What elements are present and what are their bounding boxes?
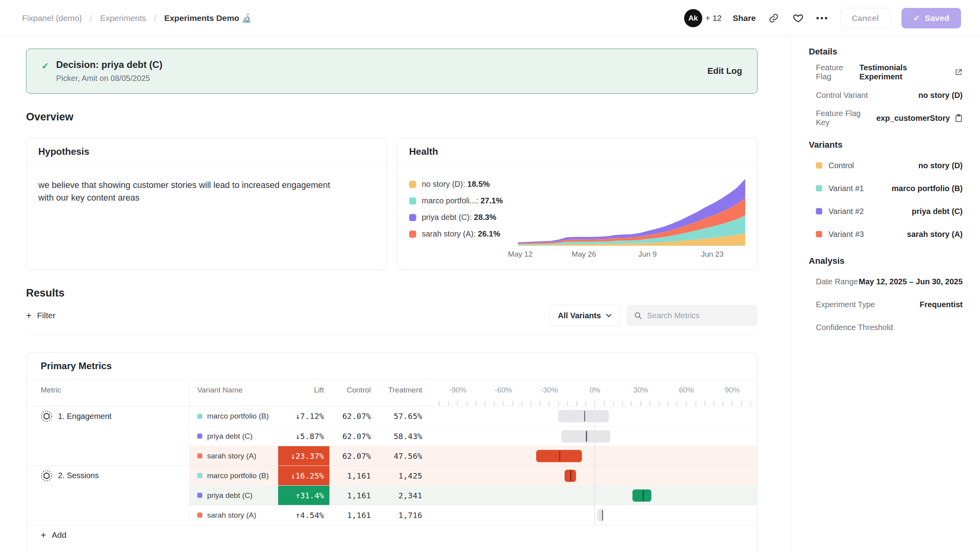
metric-name[interactable]: 1. Engagement: [58, 412, 112, 421]
plus-icon: +: [41, 529, 46, 541]
lift-value: ↓5.87%: [278, 426, 329, 446]
search-input[interactable]: [647, 311, 746, 320]
breadcrumb-separator: /: [154, 13, 156, 23]
external-link-icon[interactable]: [954, 68, 963, 77]
breadcrumb-separator: /: [90, 13, 92, 23]
variant-label: Variant #2: [829, 207, 864, 216]
add-metric-button[interactable]: + Add: [26, 525, 757, 544]
confidence-threshold-row: Confidence Threshold: [809, 316, 963, 339]
legend-value: 28.3%: [474, 213, 496, 222]
zero-baseline: [595, 406, 595, 525]
x-axis-tick-label: May 26: [572, 250, 596, 259]
treatment-value: 58.43%: [376, 432, 428, 441]
health-card: Health no story (D): 18.5%marco portfoli…: [397, 138, 757, 270]
avatar[interactable]: Ak: [684, 9, 702, 27]
primary-metrics-card: Primary Metrics Metric Variant Name Lift…: [26, 352, 757, 552]
metric-row-values: marco portfolio (B)↓16.25%1,1611,425: [189, 466, 757, 485]
x-axis-tick-label: May 12: [508, 250, 533, 259]
health-chart: May 12May 26Jun 9Jun 23: [516, 165, 757, 270]
confidence-interval-cell: [437, 446, 757, 466]
variant-name: sarah story (A): [207, 452, 256, 460]
health-title: Health: [409, 146, 438, 157]
lift-value: ↓23.37%: [278, 446, 329, 466]
breadcrumb-project[interactable]: Fixpanel {demo}: [22, 13, 82, 23]
treatment-value: 1,716: [376, 511, 428, 520]
lift-value: ↑4.54%: [278, 505, 329, 525]
health-x-axis: May 12May 26Jun 9Jun 23: [518, 249, 745, 263]
metric-name[interactable]: 2. Sessions: [58, 471, 99, 480]
copy-clipboard-icon[interactable]: [955, 114, 963, 122]
axis-label: -60%: [495, 386, 512, 394]
metric-cell: [26, 426, 189, 446]
feature-flag-link[interactable]: Testimonials Experiment: [859, 63, 963, 81]
confidence-threshold-label: Confidence Threshold: [816, 323, 893, 332]
axis-label: 60%: [679, 386, 694, 394]
more-options-button[interactable]: •••: [816, 11, 829, 25]
variant-cell: sarah story (A): [189, 452, 278, 460]
collaborator-avatars[interactable]: Ak + 12: [684, 9, 722, 27]
legend-label: sarah story (A): 26.1%: [422, 229, 500, 238]
variant-color-dot: [197, 434, 202, 439]
lift-value: ↓7.12%: [278, 406, 329, 426]
favorite-heart-icon[interactable]: [791, 11, 805, 25]
variant-name: priya debt (C): [207, 491, 252, 500]
lift-point-marker: [559, 451, 561, 461]
metric-cell: [26, 446, 189, 466]
control-value: 1,161: [329, 511, 376, 520]
saved-button[interactable]: ✓ Saved: [901, 8, 961, 28]
confidence-interval-cell: [437, 505, 757, 525]
primary-metrics-title: Primary Metrics: [41, 360, 112, 372]
share-button[interactable]: Share: [733, 13, 756, 23]
metric-table-row: 1. Engagementmarco portfolio (B)↓7.12%62…: [26, 406, 757, 426]
variant-color-swatch: [816, 208, 822, 214]
variant-row: Variant #1marco portfolio (B): [809, 177, 963, 200]
check-icon: ✓: [41, 61, 49, 71]
column-lift: Lift: [278, 379, 329, 406]
saved-button-label: Saved: [925, 13, 949, 23]
metric-target-icon: [41, 470, 52, 482]
stacked-area-chart: [518, 176, 745, 246]
variant-row-label: Variant #2: [816, 207, 864, 216]
cancel-button[interactable]: Cancel: [840, 8, 890, 28]
metric-table-row: 2. Sessionsmarco portfolio (B)↓16.25%1,1…: [26, 466, 757, 485]
section-divider: [26, 334, 757, 334]
filter-label: Filter: [37, 311, 56, 320]
variant-cell: marco portfolio (B): [189, 471, 278, 480]
control-value: 1,161: [329, 471, 376, 481]
control-value: 62.07%: [329, 432, 376, 441]
breadcrumb-experiments[interactable]: Experiments: [100, 13, 146, 23]
legend-item: priya debt (C): 28.3%: [409, 213, 516, 222]
lift-point-marker: [584, 411, 585, 422]
metric-table-row: sarah story (A)↑4.54%1,1611,716: [26, 505, 757, 525]
lift-point-marker: [643, 490, 644, 501]
legend-item: no story (D): 18.5%: [409, 180, 516, 189]
copy-link-icon[interactable]: [767, 11, 780, 25]
confidence-interval-bar: [558, 410, 609, 422]
variant-color-dot: [197, 453, 202, 458]
metric-table-row: sarah story (A)↓23.37%62.07%47.56%: [26, 446, 757, 466]
hypothesis-card: Hypothesis we believe that showing custo…: [26, 138, 387, 270]
variant-color-swatch: [816, 162, 822, 169]
variant-name: sarah story (A): [207, 511, 256, 520]
variant-value: priya debt (C): [912, 207, 963, 216]
confidence-interval-cell: [437, 406, 757, 426]
axis-label: 0%: [589, 386, 600, 394]
control-variant-row: Control Variant no story (D): [809, 84, 963, 107]
axis-ticks: [437, 401, 757, 406]
variant-row: Variant #3sarah story (A): [809, 223, 963, 246]
control-value: 62.07%: [329, 411, 376, 421]
variants-dropdown[interactable]: All Variants: [550, 305, 620, 326]
add-filter-button[interactable]: + Filter: [26, 310, 56, 321]
feature-flag-key-label: Feature Flag Key: [816, 109, 876, 127]
edit-log-button[interactable]: Edit Log: [707, 66, 742, 76]
variant-label: Control: [829, 161, 854, 170]
details-heading: Details: [809, 47, 963, 57]
variant-color-swatch: [816, 231, 822, 237]
lift-axis: -90%-60%-30%0%30%60%90%: [437, 379, 757, 406]
metrics-search[interactable]: [627, 305, 757, 326]
lift-value: ↓16.25%: [278, 466, 329, 485]
legend-label: no story (D): 18.5%: [422, 180, 490, 189]
variant-value: marco portfolio (B): [892, 184, 963, 193]
variant-row-label: Control: [816, 161, 854, 170]
control-variant-value: no story (D): [918, 91, 963, 100]
